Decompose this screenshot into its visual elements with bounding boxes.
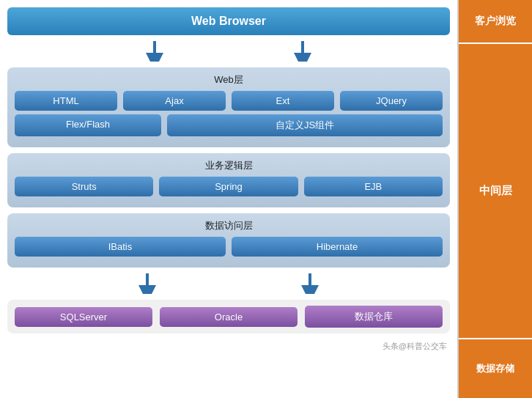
data-access-layer: 数据访问层 IBatis Hibernate: [7, 213, 450, 268]
sidebar-storage: 数据存储: [459, 339, 532, 398]
web-layer-row2: Flex/Flash 自定义JS组件: [15, 114, 443, 136]
business-layer: 业务逻辑层 Struts Spring EJB: [7, 153, 450, 207]
chip-ibatis: IBatis: [15, 237, 226, 257]
web-browser-box: Web Browser: [7, 7, 450, 35]
web-layer: Web层 HTML Ajax Ext JQuery Flex/Flash 自定义…: [7, 67, 450, 147]
chip-flexflash: Flex/Flash: [15, 114, 161, 136]
chip-spring: Spring: [159, 177, 298, 196]
watermark: 头条@科普公交车: [7, 341, 450, 352]
chip-datawarehouse: 数据仓库: [305, 306, 443, 328]
arrow-db-right-icon: [301, 273, 319, 294]
arrow-db-left-icon: [138, 273, 156, 294]
business-layer-title: 业务逻辑层: [15, 159, 443, 172]
arrow-left-icon: [146, 41, 163, 62]
chip-oracle: Oracle: [160, 307, 298, 327]
main-content: Web Browser Web层 HTML Ajax Ext JQuery Fl…: [0, 0, 459, 398]
chip-customjs: 自定义JS组件: [167, 114, 443, 136]
business-layer-row1: Struts Spring EJB: [15, 177, 443, 196]
data-layer-row1: IBatis Hibernate: [15, 237, 443, 257]
data-layer-title: 数据访问层: [15, 219, 443, 232]
chip-ajax: Ajax: [123, 91, 226, 111]
chip-hibernate: Hibernate: [232, 237, 443, 257]
arrows-data-to-db: [7, 273, 450, 294]
arrow-right-icon: [294, 41, 311, 62]
db-layer: SQLServer Oracle 数据仓库: [7, 300, 450, 333]
sidebar-middle: 中间层: [459, 44, 532, 339]
sidebar: 客户浏览 中间层 数据存储: [459, 0, 532, 398]
chip-html: HTML: [15, 91, 117, 111]
chip-ejb: EJB: [304, 177, 443, 196]
chip-ext: Ext: [232, 91, 334, 111]
chip-jquery: JQuery: [340, 91, 443, 111]
web-layer-title: Web层: [15, 73, 443, 86]
chip-sqlserver: SQLServer: [15, 307, 152, 327]
sidebar-client: 客户浏览: [459, 0, 532, 44]
arrows-browser-to-web: [7, 41, 450, 62]
web-layer-row1: HTML Ajax Ext JQuery: [15, 91, 443, 111]
chip-struts: Struts: [15, 177, 153, 196]
web-browser-label: Web Browser: [191, 15, 266, 27]
